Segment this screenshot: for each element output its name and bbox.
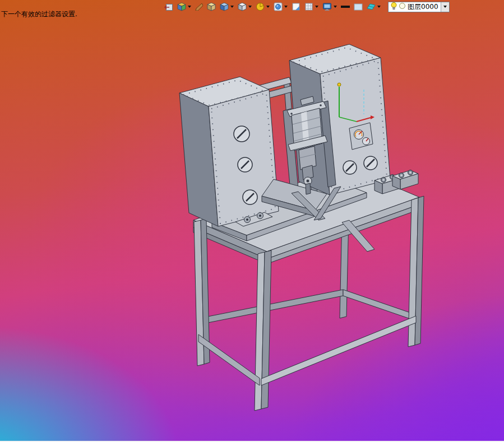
layer-color-icon[interactable]: [398, 2, 406, 12]
caret-down-icon[interactable]: [315, 6, 318, 8]
caret-down-icon[interactable]: [266, 6, 270, 8]
cad-workspace: 下一个有效的过滤器设置.: [0, 0, 504, 442]
stand-stretchers: [198, 316, 416, 385]
layer-combo[interactable]: 图层0000: [388, 2, 450, 12]
blue-cube-icon[interactable]: [220, 1, 234, 12]
lightbulb-icon[interactable]: [390, 2, 398, 12]
status-prompt: 下一个有效的过滤器设置.: [1, 10, 77, 19]
layer-name: 图层0000: [406, 2, 441, 12]
caret-down-icon[interactable]: [377, 6, 381, 8]
left-cabinet: [179, 77, 279, 226]
caret-down-icon[interactable]: [248, 6, 252, 8]
zoom-lens-icon[interactable]: [274, 1, 288, 12]
gray-cube-icon[interactable]: [238, 1, 252, 12]
line-width-icon[interactable]: [341, 1, 350, 12]
color-swatch-icon[interactable]: [354, 1, 363, 12]
sphere-icon[interactable]: [256, 1, 270, 12]
caret-down-icon[interactable]: [188, 6, 191, 8]
dart-icon[interactable]: [195, 1, 203, 12]
grid-icon[interactable]: [304, 1, 318, 12]
view-cube-icon[interactable]: [177, 1, 191, 12]
3d-viewport[interactable]: [0, 0, 504, 442]
toolbar: 图层0000: [164, 1, 450, 13]
surface-icon[interactable]: [367, 1, 381, 12]
tan-box-icon[interactable]: [207, 1, 216, 12]
layer-dropdown-button[interactable]: [441, 2, 449, 12]
monitor-icon[interactable]: [322, 1, 337, 12]
caret-down-icon[interactable]: [230, 6, 234, 8]
exit-icon[interactable]: [164, 1, 173, 12]
caret-down-icon[interactable]: [334, 6, 337, 8]
machine-3d-model: [179, 44, 424, 411]
caret-down-icon[interactable]: [284, 6, 288, 8]
caret-down-icon: [443, 6, 447, 8]
plane-icon[interactable]: [292, 1, 300, 12]
